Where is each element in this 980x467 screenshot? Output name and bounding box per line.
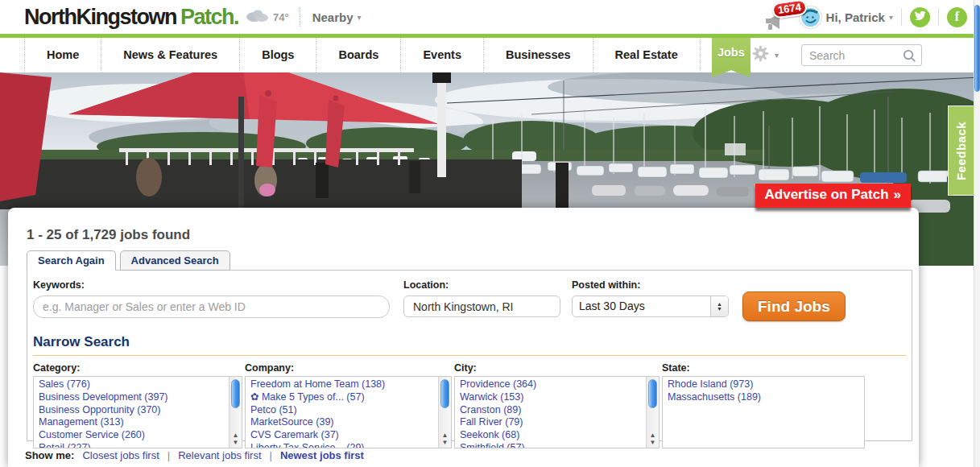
facebook-icon: f bbox=[955, 10, 959, 24]
search-icon[interactable] bbox=[902, 48, 917, 67]
logo-patch-text: Patch. bbox=[180, 5, 238, 29]
scrollbar-thumb[interactable] bbox=[440, 379, 449, 408]
scrollbar-thumb[interactable] bbox=[648, 379, 657, 408]
location-input[interactable] bbox=[403, 295, 560, 317]
keywords-group: Keywords: bbox=[33, 279, 390, 318]
nav-item[interactable]: Home bbox=[25, 38, 101, 72]
notifications-button[interactable]: 1674 bbox=[764, 3, 796, 31]
social-divider bbox=[901, 8, 902, 26]
category-link[interactable]: Retail (227) bbox=[39, 442, 224, 448]
header-accent-bar bbox=[0, 34, 980, 38]
header-account-area: 1674 Hi, Patrick ▾ f bbox=[764, 3, 967, 31]
state-column: State: Rhode Island (973)Massachusetts (… bbox=[662, 362, 865, 448]
posted-within-select[interactable]: Last 30 Days ▲▼ bbox=[572, 295, 729, 317]
twitter-icon bbox=[914, 10, 926, 25]
category-link[interactable]: Management (313) bbox=[39, 416, 224, 429]
city-listbox: Providence (364)Warwick (153)Cranston (8… bbox=[454, 376, 660, 448]
location-label: Location: bbox=[403, 279, 560, 291]
sort-closest-link[interactable]: Closest jobs first bbox=[82, 449, 159, 461]
posted-within-label: Posted within: bbox=[572, 279, 729, 291]
company-link[interactable]: Petco (51) bbox=[250, 404, 433, 417]
nav-item[interactable]: News & Features bbox=[101, 38, 240, 72]
state-listbox: Rhode Island (973)Massachusetts (189) bbox=[662, 376, 865, 448]
nav-item-jobs-active[interactable]: Jobs bbox=[712, 34, 751, 77]
company-link[interactable]: CVS Caremark (37) bbox=[250, 429, 433, 442]
scrollbar-arrows: ▲▼ bbox=[647, 432, 659, 448]
city-link[interactable]: Seekonk (68) bbox=[460, 429, 641, 442]
nav-item[interactable]: Boards bbox=[316, 38, 401, 72]
cloud-icon bbox=[245, 9, 269, 25]
category-scrollbar[interactable]: ▲▼ bbox=[229, 377, 242, 448]
category-link[interactable]: Customer Service (260) bbox=[39, 429, 224, 442]
sort-relevant-link[interactable]: Relevant jobs first bbox=[178, 449, 261, 461]
company-link[interactable]: Freedom at Home Team (138) bbox=[250, 378, 433, 391]
nav-item[interactable]: Events bbox=[401, 38, 484, 72]
state-link[interactable]: Massachusetts (189) bbox=[668, 391, 859, 404]
narrow-search-rule bbox=[33, 355, 906, 356]
social-divider bbox=[938, 8, 939, 26]
nearby-dropdown[interactable]: Nearby ▾ bbox=[312, 10, 362, 24]
narrow-search-title: Narrow Search bbox=[33, 334, 906, 350]
nav-tools: ▾ bbox=[751, 38, 922, 72]
company-scrollbar[interactable]: ▲▼ bbox=[438, 377, 451, 448]
keywords-label: Keywords: bbox=[33, 279, 390, 291]
search-again-panel: Keywords: Location: Posted within: Last … bbox=[27, 270, 912, 441]
account-menu[interactable]: Hi, Patrick ▾ bbox=[826, 10, 893, 24]
city-list: Providence (364)Warwick (153)Cranston (8… bbox=[455, 377, 646, 448]
advertise-label: Advertise on Patch bbox=[765, 187, 889, 202]
posted-within-group: Posted within: Last 30 Days ▲▼ bbox=[572, 279, 729, 317]
twitter-button[interactable] bbox=[910, 7, 930, 27]
scrollbar-arrows: ▲▼ bbox=[229, 432, 242, 448]
sort-newest-link[interactable]: Newest jobs first bbox=[280, 449, 364, 461]
city-link[interactable]: Smithfield (57) bbox=[460, 442, 641, 448]
category-label: Category: bbox=[33, 362, 242, 374]
city-link[interactable]: Fall River (79) bbox=[460, 416, 641, 429]
site-search bbox=[801, 44, 922, 66]
settings-menu[interactable]: ▾ bbox=[751, 43, 779, 67]
city-scrollbar[interactable]: ▲▼ bbox=[646, 377, 659, 448]
scrollbar-thumb[interactable] bbox=[974, 5, 980, 92]
double-chevron-icon: » bbox=[894, 187, 901, 202]
company-link[interactable]: Liberty Tax Service... (29) bbox=[250, 442, 433, 448]
select-stepper-icon: ▲▼ bbox=[710, 296, 728, 316]
company-link[interactable]: MarketSource (39) bbox=[250, 416, 433, 429]
category-link[interactable]: Sales (776) bbox=[39, 378, 224, 391]
nav-item[interactable]: Businesses bbox=[484, 38, 593, 72]
nav-item[interactable]: Real Estate bbox=[593, 38, 701, 72]
advertise-on-patch-button[interactable]: Advertise on Patch» bbox=[755, 184, 911, 208]
scroll-up-icon[interactable]: ▲ bbox=[233, 432, 239, 439]
nav-items: HomeNews & FeaturesBlogsBoardsEventsBusi… bbox=[24, 38, 701, 72]
gear-icon bbox=[751, 43, 771, 67]
facebook-button[interactable]: f bbox=[947, 7, 967, 27]
state-link[interactable]: Rhode Island (973) bbox=[668, 378, 859, 391]
scroll-down-icon[interactable]: ▼ bbox=[233, 439, 239, 446]
scroll-up-icon[interactable]: ▲ bbox=[442, 432, 449, 439]
category-column: Category: Sales (776)Business Developmen… bbox=[33, 362, 242, 448]
sort-separator: | bbox=[167, 449, 170, 461]
page: NorthKingstownPatch. 74° Nearby ▾ 1674 H bbox=[0, 0, 980, 467]
scroll-down-icon[interactable]: ▼ bbox=[650, 439, 656, 446]
nearby-label: Nearby bbox=[312, 10, 354, 24]
header-divider bbox=[300, 7, 300, 27]
category-link[interactable]: Business Opportunity (370) bbox=[39, 404, 224, 417]
city-link[interactable]: Warwick (153) bbox=[460, 391, 641, 404]
scroll-up-icon[interactable]: ▲ bbox=[650, 432, 656, 439]
city-link[interactable]: Providence (364) bbox=[460, 378, 641, 391]
sort-options-bar: Show me: Closest jobs first | Relevant j… bbox=[25, 449, 919, 461]
scrollbar-thumb[interactable] bbox=[231, 379, 240, 408]
feedback-tab[interactable]: Feedback bbox=[948, 105, 974, 196]
find-jobs-button[interactable]: Find Jobs bbox=[742, 291, 846, 321]
chevron-down-icon: ▾ bbox=[775, 51, 779, 60]
site-logo[interactable]: NorthKingstownPatch. bbox=[24, 5, 238, 30]
keywords-input[interactable] bbox=[33, 295, 390, 318]
browser-scrollbar[interactable] bbox=[974, 0, 980, 467]
category-link[interactable]: Business Development (397) bbox=[39, 391, 224, 404]
scroll-down-icon[interactable]: ▼ bbox=[442, 439, 449, 446]
tab-advanced-search[interactable]: Advanced Search bbox=[120, 250, 230, 271]
tab-search-again[interactable]: Search Again bbox=[27, 250, 116, 271]
results-summary: 1 - 25 of 1,729 jobs found bbox=[27, 227, 919, 243]
temperature: 74° bbox=[273, 11, 289, 23]
nav-item[interactable]: Blogs bbox=[240, 38, 316, 72]
company-link[interactable]: ✿ Make 5 Types of... (57) bbox=[250, 391, 433, 404]
city-link[interactable]: Cranston (89) bbox=[460, 404, 641, 417]
